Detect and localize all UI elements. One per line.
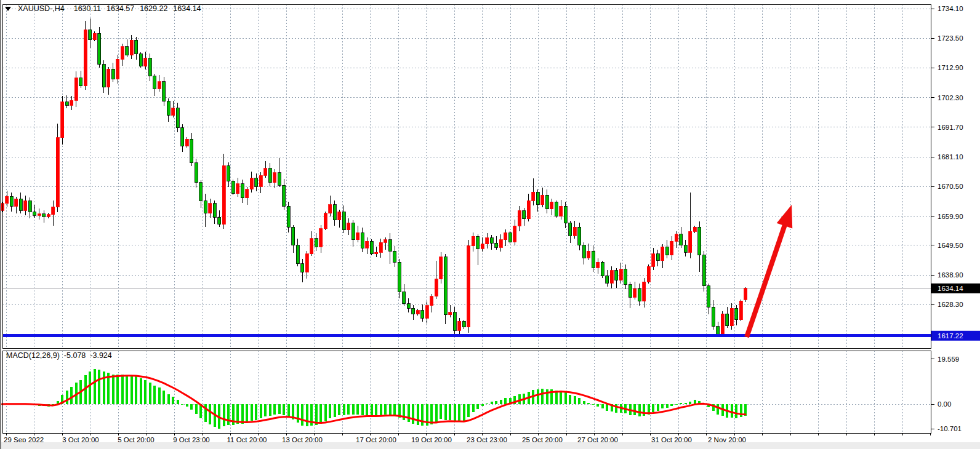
macd-histogram-bar — [495, 401, 497, 404]
bullish-candle — [610, 271, 613, 283]
bullish-candle — [643, 282, 646, 301]
bullish-candle — [730, 308, 733, 325]
close-price-value: 1634.14 — [173, 4, 201, 13]
macd-histogram-bar — [89, 372, 91, 404]
bearish-candle — [601, 262, 604, 276]
bullish-candle — [486, 238, 489, 244]
chart-canvas[interactable]: 1734.101723.501712.901702.301691.701681.… — [1, 0, 980, 449]
macd-histogram-bar — [190, 404, 193, 410]
price-axis-label: 1734.10 — [938, 5, 963, 12]
bearish-candle — [199, 183, 203, 201]
macd-histogram[interactable] — [1, 369, 747, 429]
bullish-candle — [499, 240, 502, 247]
macd-histogram-bar — [680, 403, 682, 404]
macd-signal-value: -3.924 — [90, 351, 111, 360]
macd-histogram-bar — [574, 396, 576, 404]
bullish-candle — [24, 201, 27, 210]
trend-arrow-head[interactable] — [777, 205, 793, 228]
support-trendline[interactable] — [2, 334, 931, 337]
macd-histogram-bar — [458, 404, 460, 422]
macd-main-value: -5.078 — [64, 351, 86, 360]
macd-histogram-bar — [481, 404, 484, 406]
macd-histogram-bar — [389, 404, 392, 415]
bearish-candle — [523, 210, 526, 219]
bullish-candle — [425, 306, 428, 318]
macd-label: MACD(12,26,9) — [6, 351, 60, 360]
macd-histogram-bar — [366, 404, 368, 415]
bearish-candle — [735, 308, 738, 319]
price-axis-label: 1638.90 — [938, 271, 963, 279]
macd-histogram-bar — [158, 387, 161, 404]
bullish-candle — [338, 212, 341, 220]
macd-histogram-bar — [569, 395, 571, 404]
macd-histogram-bar — [94, 369, 96, 404]
macd-histogram-bar — [476, 404, 479, 409]
macd-histogram-bar — [491, 402, 493, 404]
bullish-candle — [435, 279, 438, 296]
macd-histogram-bar — [177, 400, 179, 404]
bullish-candle — [504, 232, 507, 239]
bearish-candle — [190, 139, 193, 163]
bullish-candle — [310, 239, 313, 254]
bearish-candle — [569, 223, 572, 236]
macd-histogram-bar — [440, 404, 442, 419]
macd-histogram-bar — [251, 404, 253, 421]
bearish-candle — [638, 288, 641, 301]
macd-histogram-bar — [144, 380, 147, 404]
macd-histogram-bar — [430, 404, 433, 424]
macd-histogram-bar — [269, 404, 271, 416]
bullish-candle — [264, 169, 267, 175]
bullish-candle — [596, 262, 600, 268]
bearish-candle — [42, 214, 46, 217]
macd-histogram-bar — [601, 404, 604, 408]
bearish-candle — [698, 227, 701, 255]
bullish-candle — [273, 173, 276, 183]
bullish-candle — [647, 266, 650, 282]
macd-histogram-bar — [417, 404, 419, 425]
bullish-candle — [675, 234, 678, 241]
bearish-candle — [717, 327, 720, 334]
macd-histogram-bar — [384, 404, 387, 415]
bullish-candle — [246, 189, 249, 198]
macd-histogram-bar — [408, 404, 410, 422]
macd-histogram-bar — [167, 394, 170, 404]
bullish-candle — [541, 195, 544, 205]
macd-histogram-bar — [587, 403, 590, 404]
macd-histogram-bar — [112, 375, 114, 404]
bullish-candle — [587, 251, 590, 258]
macd-histogram-bar — [334, 404, 336, 417]
bearish-candle — [545, 195, 548, 209]
bearish-candle — [444, 257, 447, 315]
bearish-candle — [388, 240, 392, 251]
bearish-candle — [218, 217, 221, 224]
macd-histogram-bar — [209, 404, 211, 424]
bearish-candle — [301, 264, 304, 272]
bullish-candle — [305, 254, 308, 272]
bullish-candle — [670, 241, 673, 255]
macd-histogram-bar — [444, 404, 447, 420]
macd-indicator-label: MACD(12,26,9) -5.078 -3.924 — [6, 351, 112, 360]
bearish-candle — [702, 255, 705, 286]
mt4-chart-window: 1734.101723.501712.901702.301691.701681.… — [0, 0, 980, 449]
bearish-candle — [33, 212, 36, 215]
bullish-candle — [440, 257, 443, 279]
bullish-candle — [6, 196, 9, 203]
dropdown-triangle-icon[interactable] — [5, 7, 11, 11]
low-price-value: 1629.22 — [140, 4, 167, 13]
macd-histogram-bar — [583, 401, 585, 404]
bearish-candle — [421, 311, 424, 318]
candles-layer[interactable] — [1, 18, 747, 336]
price-axis-label: 1702.30 — [938, 94, 963, 101]
bearish-candle — [195, 163, 198, 183]
bullish-candle — [458, 321, 461, 330]
macd-histogram-bar — [343, 404, 345, 415]
macd-histogram-bar — [246, 404, 248, 423]
macd-histogram-bar — [596, 404, 599, 407]
bearish-candle — [268, 169, 271, 183]
macd-histogram-bar — [472, 404, 475, 412]
macd-histogram-bar — [121, 375, 124, 404]
macd-histogram-bar — [560, 391, 562, 404]
bearish-candle — [102, 65, 105, 87]
macd-histogram-bar — [163, 391, 165, 404]
macd-histogram-bar — [172, 397, 174, 404]
